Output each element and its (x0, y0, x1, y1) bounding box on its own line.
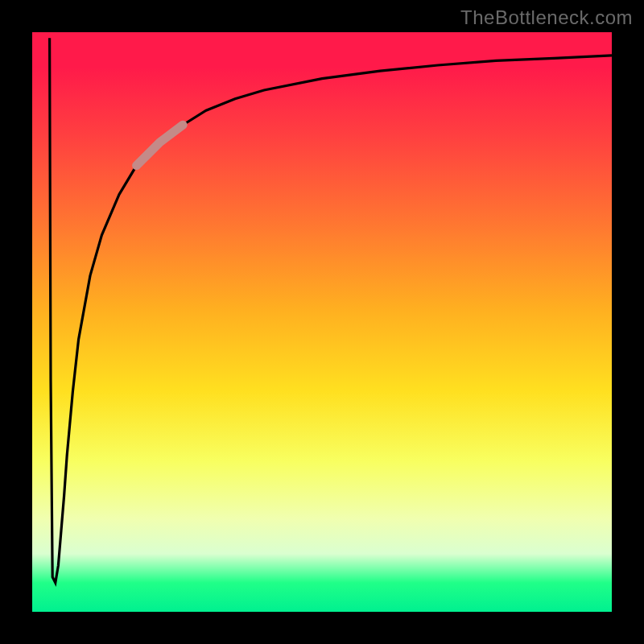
chart-curve-layer (32, 32, 612, 612)
attribution-text: TheBottleneck.com (460, 6, 633, 29)
chart-frame: TheBottleneck.com (0, 0, 644, 644)
curve-path (50, 38, 612, 583)
curve-highlight (137, 125, 184, 165)
